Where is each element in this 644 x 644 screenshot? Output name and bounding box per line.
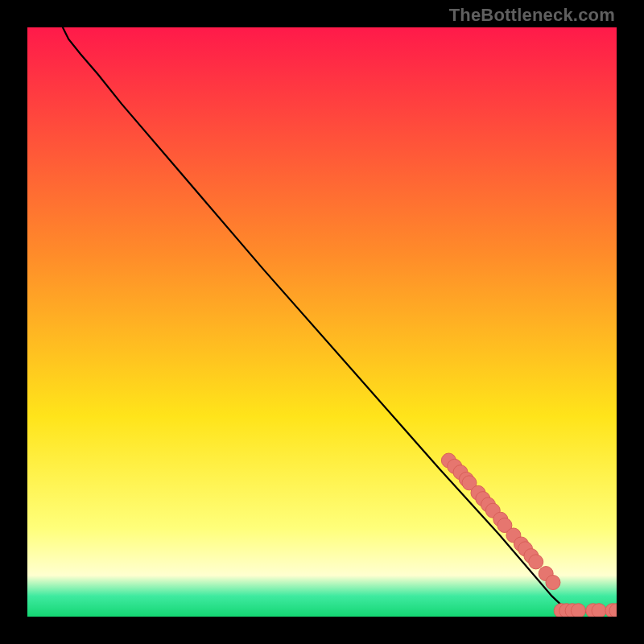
chart-svg (27, 27, 617, 617)
data-marker (529, 555, 543, 569)
watermark-text: TheBottleneck.com (449, 5, 615, 26)
data-marker (592, 604, 606, 617)
data-marker (571, 604, 585, 617)
data-marker (546, 576, 560, 590)
chart-frame: TheBottleneck.com (0, 0, 644, 644)
plot-area (27, 27, 617, 617)
gradient-bg (27, 27, 617, 617)
